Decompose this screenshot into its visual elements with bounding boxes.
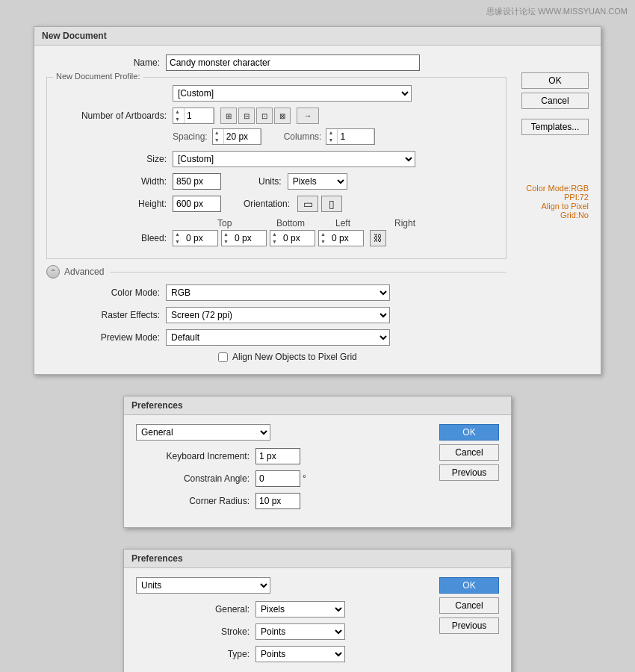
bleed-bottom-input[interactable] — [232, 231, 266, 246]
new-doc-buttons: OK Cancel Templates... Color Mode:RGB PP… — [521, 72, 589, 220]
pref-general-dropdown[interactable]: General — [136, 424, 270, 441]
width-input[interactable] — [173, 173, 221, 190]
keyboard-increment-row: Keyboard Increment: — [136, 448, 427, 464]
keyboard-input[interactable] — [255, 448, 300, 464]
units-type-row: Type: Points — [136, 646, 427, 662]
artboard-row-icon[interactable]: ⊟ — [238, 108, 255, 124]
name-label: Name: — [46, 57, 166, 68]
bleed-left-input[interactable] — [281, 231, 315, 246]
columns-stepper[interactable]: ▲ ▼ — [326, 128, 375, 145]
keyboard-label: Keyboard Increment: — [136, 451, 255, 461]
bleed-right-stepper[interactable]: ▲▼ — [318, 230, 364, 246]
columns-input[interactable] — [337, 129, 374, 144]
units-general-row: General: Pixels — [136, 601, 427, 617]
height-input[interactable] — [173, 196, 221, 212]
bleed-right-up[interactable]: ▲ — [319, 231, 329, 238]
angle-input[interactable] — [255, 470, 300, 487]
units-label: Units: — [258, 176, 282, 187]
ok-button[interactable]: OK — [521, 72, 589, 89]
profile-row: [Custom] — [53, 85, 500, 102]
templates-button[interactable]: Templates... — [521, 119, 589, 135]
landscape-btn[interactable]: ▯ — [321, 196, 342, 212]
align-checkbox-row: Align New Objects to Pixel Grid — [46, 352, 589, 362]
color-mode-select[interactable]: RGB — [166, 284, 390, 301]
size-label: Size: — [53, 154, 173, 164]
pref-general-previous[interactable]: Previous — [439, 464, 499, 481]
portrait-btn[interactable]: ▭ — [297, 196, 318, 212]
artboard-col-icon[interactable]: ⊡ — [256, 108, 273, 124]
artboards-up[interactable]: ▲ — [173, 108, 184, 116]
pref-units-wrapper: Preferences Units General: Pixels — [0, 549, 635, 672]
artboards-row: Number of Artboards: ▲ ▼ ⊞ ⊟ ⊡ ⊠ — [53, 108, 500, 124]
advanced-toggle-row: ⌃ Advanced — [46, 265, 507, 279]
artboards-label: Number of Artboards: — [53, 111, 173, 121]
width-row: Width: Units: Pixels — [53, 173, 500, 190]
orientation-label: Orientation: — [244, 199, 290, 209]
units-stroke-select[interactable]: Points — [255, 623, 345, 640]
pref-general-ok[interactable]: OK — [439, 424, 499, 441]
bleed-top-input[interactable] — [184, 231, 217, 246]
bleed-right-down[interactable]: ▼ — [319, 238, 329, 246]
bleed-right-input[interactable] — [329, 231, 363, 246]
profile-select[interactable]: [Custom] — [173, 85, 412, 102]
units-select[interactable]: Pixels — [288, 173, 347, 190]
bleed-left-up[interactable]: ▲ — [270, 231, 281, 238]
bleed-left-label: Left — [335, 218, 391, 228]
pref-general-dialog: Preferences General Keyboard Increment: — [123, 396, 512, 528]
raster-select[interactable]: Screen (72 ppi) — [166, 307, 390, 323]
angle-row: Constrain Angle: ° — [136, 470, 427, 487]
height-row: Height: Orientation: ▭ ▯ — [53, 196, 500, 212]
profile-legend: New Document Profile: — [53, 72, 143, 81]
size-select[interactable]: [Custom] — [173, 151, 415, 167]
spacing-down[interactable]: ▼ — [213, 137, 223, 144]
align-label: Align New Objects to Pixel Grid — [232, 352, 357, 362]
columns-down[interactable]: ▼ — [326, 137, 337, 144]
bleed-left-down[interactable]: ▼ — [270, 238, 281, 246]
bleed-top-up[interactable]: ▲ — [173, 231, 184, 238]
spacing-label: Spacing: — [173, 131, 208, 142]
bleed-top-stepper[interactable]: ▲▼ — [173, 230, 218, 246]
cancel-button[interactable]: Cancel — [521, 93, 589, 109]
artboard-grid-icon[interactable]: ⊞ — [220, 108, 237, 124]
name-input[interactable] — [166, 55, 420, 71]
pref-units-dropdown[interactable]: Units — [136, 577, 270, 594]
new-doc-title: New Document — [34, 27, 601, 46]
units-general-select[interactable]: Pixels — [255, 601, 345, 617]
artboard-single-icon[interactable]: ⊠ — [274, 108, 291, 124]
name-row: Name: — [46, 55, 589, 71]
bleed-top-down[interactable]: ▼ — [173, 238, 184, 246]
columns-up[interactable]: ▲ — [326, 129, 337, 137]
pref-general-title: Preferences — [124, 396, 511, 415]
artboards-input[interactable] — [184, 108, 214, 123]
pref-units-title: Preferences — [124, 550, 511, 568]
units-type-select[interactable]: Points — [255, 646, 345, 662]
artboards-stepper[interactable]: ▲ ▼ — [173, 108, 214, 124]
preview-row: Preview Mode: Default — [46, 329, 589, 346]
units-general-label: General: — [136, 604, 255, 615]
pref-units-dialog: Preferences Units General: Pixels — [123, 549, 512, 672]
bleed-bottom-up[interactable]: ▲ — [222, 231, 232, 238]
bleed-section: Top Bottom Left Right Bleed: ▲▼ ▲▼ — [53, 218, 500, 246]
bleed-right-label: Right — [394, 218, 450, 228]
pref-units-ok[interactable]: OK — [439, 577, 499, 594]
spacing-stepper[interactable]: ▲ ▼ — [212, 128, 261, 145]
pref-units-previous[interactable]: Previous — [439, 617, 499, 634]
advanced-toggle-btn[interactable]: ⌃ — [46, 265, 60, 279]
raster-label: Raster Effects: — [46, 310, 166, 320]
align-checkbox[interactable] — [218, 352, 228, 362]
corner-input[interactable] — [255, 493, 300, 509]
artboard-order-btn[interactable]: → — [297, 108, 319, 124]
new-document-dialog: New Document OK Cancel Templates... Colo… — [34, 26, 601, 375]
pref-general-cancel[interactable]: Cancel — [439, 444, 499, 461]
preview-select[interactable]: Default — [166, 329, 390, 346]
spacing-up[interactable]: ▲ — [213, 129, 223, 137]
spacing-input[interactable] — [223, 129, 261, 144]
bleed-left-stepper[interactable]: ▲▼ — [270, 230, 315, 246]
pref-units-cancel[interactable]: Cancel — [439, 597, 499, 614]
degree-symbol: ° — [303, 473, 306, 484]
bleed-chain-btn[interactable]: ⛓ — [370, 230, 386, 246]
artboards-down[interactable]: ▼ — [173, 116, 184, 123]
raster-row: Raster Effects: Screen (72 ppi) — [46, 307, 589, 323]
bleed-bottom-stepper[interactable]: ▲▼ — [221, 230, 267, 246]
bleed-bottom-down[interactable]: ▼ — [222, 238, 232, 246]
